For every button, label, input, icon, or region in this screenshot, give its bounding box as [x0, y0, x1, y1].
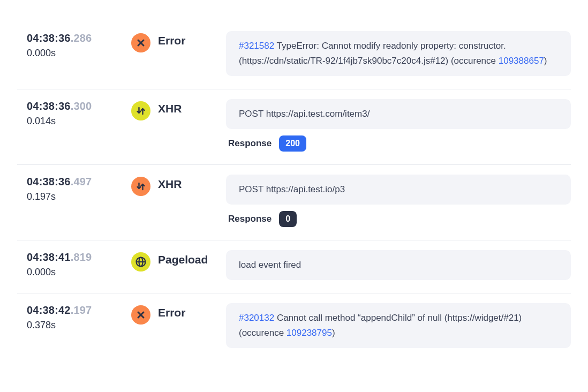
type-column: XHR [158, 175, 226, 191]
timestamp-ms: .300 [71, 100, 92, 112]
event-type-label: Error [158, 34, 226, 47]
request-text: POST https://api.test.com/item3/ [239, 109, 370, 119]
event-type-label: Pageload [158, 253, 226, 266]
error-text: TypeError: Cannot modify readonly proper… [239, 41, 506, 66]
event-row: 04:38:41.8190.000sPageloadload event fir… [17, 240, 571, 293]
time-column: 04:38:41.8190.000s [27, 250, 131, 278]
response-label: Response [228, 138, 272, 149]
time-column: 04:38:42.1970.378s [27, 303, 131, 331]
timestamp: 04:38:41 [27, 251, 71, 263]
detail-column: #321582 TypeError: Cannot modify readonl… [226, 31, 571, 76]
event-row: 04:38:36.2860.000sError#321582 TypeError… [17, 21, 571, 89]
status-badge: 0 [279, 211, 297, 227]
duration: 0.378s [27, 320, 131, 331]
event-type-label: XHR [158, 102, 226, 115]
error-text-tail: ) [332, 328, 335, 338]
detail-column: load event fired [226, 250, 571, 280]
detail-box: load event fired [226, 250, 571, 280]
detail-column: POST https://api.test.io/p3Response0 [226, 175, 571, 227]
error-text: Cannot call method “appendChild” of null… [239, 313, 522, 338]
detail-text: load event fired [239, 260, 301, 270]
icon-column [131, 31, 158, 52]
error-icon [131, 305, 150, 325]
detail-box: #321582 TypeError: Cannot modify readonl… [226, 31, 571, 76]
timestamp: 04:38:36 [27, 100, 71, 112]
timestamp-ms: .819 [71, 251, 92, 263]
timestamp: 04:38:36 [27, 32, 71, 44]
request-text: POST https://api.test.io/p3 [239, 184, 345, 194]
issue-link[interactable]: #320132 [239, 313, 274, 323]
response-line: Response0 [226, 211, 571, 227]
occurrence-link[interactable]: 109238795 [287, 328, 332, 338]
status-badge: 200 [279, 135, 306, 152]
event-row: 04:38:36.4970.197sXHRPOST https://api.te… [17, 165, 571, 240]
type-column: XHR [158, 99, 226, 115]
error-icon [131, 33, 150, 52]
duration: 0.014s [27, 116, 131, 127]
duration: 0.197s [27, 191, 131, 202]
icon-column [131, 303, 158, 325]
timestamp: 04:38:36 [27, 176, 71, 187]
timestamp-ms: .497 [71, 176, 92, 187]
duration: 0.000s [27, 267, 131, 278]
occurrence-link[interactable]: 109388657 [499, 56, 544, 66]
icon-column [131, 99, 158, 120]
event-row: 04:38:36.3000.014sXHRPOST https://api.te… [17, 89, 571, 165]
event-list: 04:38:36.2860.000sError#321582 TypeError… [0, 0, 588, 361]
type-column: Error [158, 303, 226, 319]
xhr-icon [131, 177, 150, 196]
event-type-label: Error [158, 306, 226, 319]
detail-box: POST https://api.test.com/item3/ [226, 99, 571, 129]
detail-box: #320132 Cannot call method “appendChild”… [226, 303, 571, 348]
timestamp-ms: .197 [71, 304, 92, 316]
detail-column: #320132 Cannot call method “appendChild”… [226, 303, 571, 348]
icon-column [131, 250, 158, 272]
event-type-label: XHR [158, 178, 226, 191]
error-text-tail: ) [544, 56, 547, 66]
detail-box: POST https://api.test.io/p3 [226, 175, 571, 205]
detail-column: POST https://api.test.com/item3/Response… [226, 99, 571, 152]
issue-link[interactable]: #321582 [239, 41, 274, 51]
type-column: Error [158, 31, 226, 47]
time-column: 04:38:36.2860.000s [27, 31, 131, 59]
event-row: 04:38:42.1970.378sError#320132 Cannot ca… [17, 293, 571, 361]
duration: 0.000s [27, 48, 131, 59]
time-column: 04:38:36.4970.197s [27, 175, 131, 202]
icon-column [131, 175, 158, 196]
globe-icon [131, 252, 150, 272]
response-label: Response [228, 214, 272, 224]
time-column: 04:38:36.3000.014s [27, 99, 131, 127]
timestamp-ms: .286 [71, 32, 92, 44]
type-column: Pageload [158, 250, 226, 266]
xhr-icon [131, 101, 150, 120]
timestamp: 04:38:42 [27, 304, 71, 316]
response-line: Response200 [226, 135, 571, 152]
